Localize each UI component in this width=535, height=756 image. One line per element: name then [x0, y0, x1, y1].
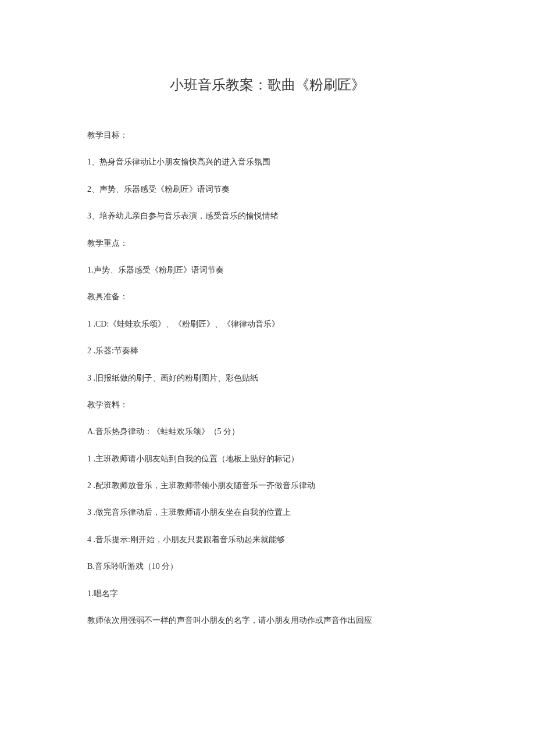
- part-b-heading: B.音乐聆听游戏（10 分）: [87, 560, 448, 573]
- materials-item-3: 3 .旧报纸做的刷子、画好的粉刷图片、彩色贴纸: [87, 372, 448, 385]
- content-label: 教学资料：: [87, 399, 448, 411]
- part-a-item-3: 3 .做完音乐律动后，主班教师请小朋友坐在自我的位置上: [87, 506, 448, 519]
- part-a-item-2: 2 .配班教师放音乐，主班教师带领小朋友随音乐一齐做音乐律动: [87, 479, 448, 492]
- materials-label: 教具准备：: [87, 291, 448, 303]
- materials-item-2: 2 .乐器:节奏棒: [87, 345, 448, 357]
- part-a-item-1: 1 .主班教师请小朋友站到自我的位置（地板上贴好的标记）: [87, 453, 448, 465]
- goals-item-1: 1、热身音乐律动让小朋友愉快高兴的进入音乐氛围: [87, 156, 448, 169]
- focus-item-1: 1.声势、乐器感受《粉刷匠》语词节奏: [87, 264, 448, 277]
- focus-label: 教学重点：: [87, 237, 448, 250]
- part-a-item-4: 4 .音乐提示:刚开始，小朋友只要跟着音乐动起来就能够: [87, 533, 448, 546]
- materials-item-1: 1 .CD:《蛙蛙欢乐颂》、《粉刷匠》、《律律动音乐》: [87, 318, 448, 331]
- document-title: 小班音乐教案：歌曲《粉刷匠》: [87, 76, 448, 94]
- part-b-paragraph: 教师依次用强弱不一样的声音叫小朋友的名字，请小朋友用动作或声音作出回应: [87, 614, 448, 627]
- goals-item-2: 2、声势、乐器感受《粉刷匠》语词节奏: [87, 183, 448, 196]
- part-b-sub1: 1.唱名字: [87, 587, 448, 600]
- part-a-heading: A.音乐热身律动：《蛙蛙欢乐颂》（5 分）: [87, 425, 448, 438]
- goals-item-3: 3、培养幼儿亲自参与音乐表演，感受音乐的愉悦情绪: [87, 210, 448, 223]
- goals-label: 教学目标：: [87, 129, 448, 142]
